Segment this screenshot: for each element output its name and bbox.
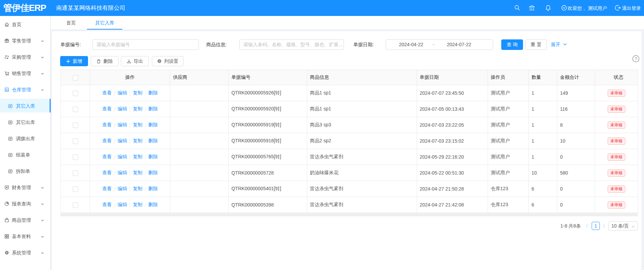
svg-text:?: ?	[634, 56, 637, 61]
